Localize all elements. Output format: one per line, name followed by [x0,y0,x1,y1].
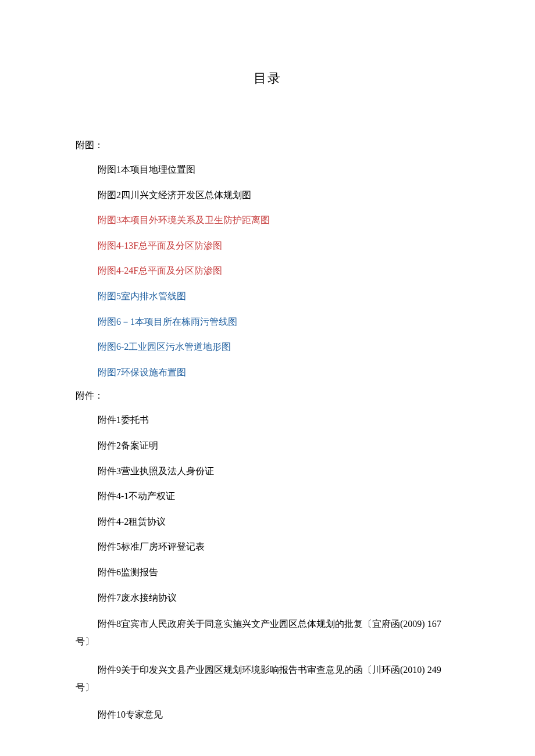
toc-item: 附件7废水接纳协议 [76,590,459,605]
toc-item: 附件4-1不动产权证 [76,489,459,504]
page-title: 目录 [76,70,459,87]
toc-item: 附图6－1本项目所在栋雨污管线图 [76,314,459,329]
section-futu-label: 附图： [76,139,459,152]
toc-item: 附件8宜宾市人民政府关于同意实施兴文产业园区总体规划的批复〔宜府函(2009) … [76,615,459,651]
toc-item: 附件9关于印发兴文县产业园区规划环境影响报告书审查意见的函〔川环函(2010) … [76,661,459,697]
section-fujian-label: 附件： [76,390,459,402]
toc-item: 附图3本项目外环境关系及卫生防护距离图 [76,213,459,228]
toc-item: 附件10专家意见 [76,707,459,722]
toc-item: 附件3营业执照及法人身份证 [76,464,459,479]
section-fujian: 附件： 附件1委托书 附件2备案证明 附件3营业执照及法人身份证 附件4-1不动… [76,390,459,722]
toc-item: 附图1本项目地理位置图 [76,162,459,177]
toc-item: 附件1委托书 [76,413,459,428]
toc-item: 附图5室内排水管线图 [76,289,459,304]
toc-item: 附件4-2租赁协议 [76,514,459,529]
section-futu: 附图： 附图1本项目地理位置图 附图2四川兴文经济开发区总体规划图 附图3本项目… [76,139,459,379]
toc-item: 附图6-2工业园区污水管道地形图 [76,339,459,354]
toc-item: 附图4-13F总平面及分区防渗图 [76,238,459,253]
toc-item: 附件2备案证明 [76,438,459,453]
toc-item: 附图2四川兴文经济开发区总体规划图 [76,188,459,203]
toc-item: 附件5标准厂房环评登记表 [76,539,459,554]
toc-item: 附件6监测报告 [76,565,459,580]
toc-item: 附图7环保设施布置图 [76,365,459,380]
toc-item: 附图4-24F总平面及分区防渗图 [76,263,459,278]
